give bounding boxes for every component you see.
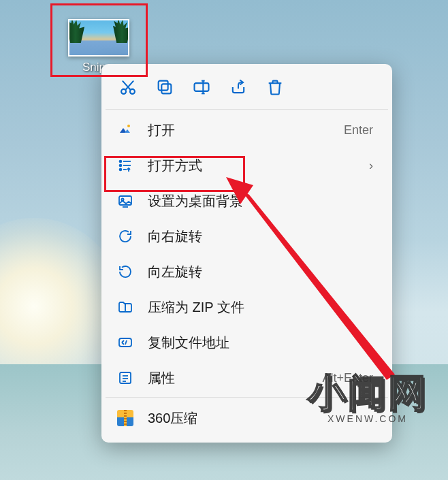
separator (106, 109, 388, 110)
watermark: 小闻网 XWENW.COM (297, 374, 438, 441)
svg-point-5 (127, 125, 130, 127)
photos-app-icon (116, 121, 134, 139)
menu-open-shortcut: Enter (344, 123, 373, 138)
menu-copy-path[interactable]: 复制文件地址 (106, 325, 388, 360)
share-button[interactable] (221, 72, 255, 102)
menu-copy-path-label: 复制文件地址 (148, 334, 229, 352)
menu-compress-zip[interactable]: 压缩为 ZIP 文件 (106, 289, 388, 325)
scissors-icon (118, 78, 138, 97)
menu-open[interactable]: 打开 Enter (106, 112, 388, 148)
share-icon (229, 78, 248, 97)
menu-360zip-label: 360压缩 (148, 409, 197, 428)
context-toolbar (106, 69, 388, 108)
set-background-icon (116, 192, 134, 210)
menu-properties-label: 属性 (148, 369, 175, 387)
menu-rotate-right[interactable]: 向右旋转 (106, 219, 388, 254)
360zip-icon (116, 409, 134, 427)
highlight-box-openwith (104, 156, 245, 192)
menu-rotate-right-label: 向右旋转 (148, 227, 202, 246)
rotate-left-icon (116, 263, 134, 281)
highlight-box-file (50, 3, 148, 77)
copy-button[interactable] (148, 72, 182, 102)
copy-path-icon (116, 334, 134, 351)
menu-set-background-label: 设置为桌面背景 (148, 192, 243, 210)
rename-icon (192, 78, 211, 97)
svg-rect-11 (119, 338, 131, 347)
menu-open-label: 打开 (148, 121, 175, 140)
svg-rect-4 (195, 83, 209, 91)
menu-compress-zip-label: 压缩为 ZIP 文件 (148, 298, 244, 317)
svg-rect-2 (161, 84, 171, 93)
chevron-right-icon: › (369, 159, 373, 173)
rename-button[interactable] (185, 72, 219, 102)
menu-rotate-left[interactable]: 向左旋转 (106, 254, 388, 289)
menu-rotate-left-label: 向左旋转 (148, 263, 202, 281)
watermark-sub: XWENW.COM (327, 413, 408, 424)
zip-folder-icon (116, 298, 134, 316)
svg-point-1 (130, 89, 135, 94)
rotate-right-icon (116, 227, 134, 245)
watermark-title: 小闻网 (308, 374, 428, 412)
trash-icon (266, 78, 285, 97)
copy-icon (155, 78, 174, 97)
svg-point-0 (121, 89, 126, 94)
properties-icon (116, 369, 134, 387)
svg-rect-3 (159, 81, 168, 91)
delete-button[interactable] (258, 72, 292, 102)
